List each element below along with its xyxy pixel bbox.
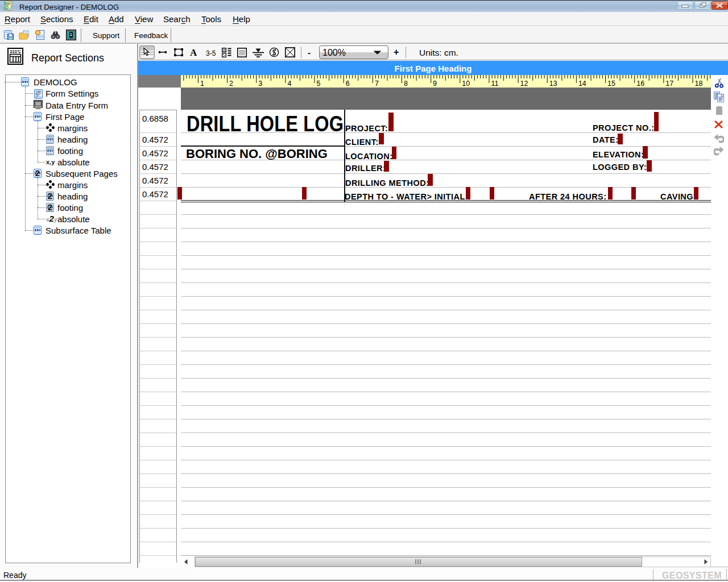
svg-text:16: 16 xyxy=(636,80,644,88)
svg-text:13: 13 xyxy=(549,80,557,88)
svg-text:11: 11 xyxy=(491,80,499,88)
svg-text:3: 3 xyxy=(258,80,262,88)
svg-text:2: 2 xyxy=(48,192,52,201)
svg-text:8: 8 xyxy=(404,80,408,88)
svg-text:2: 2 xyxy=(229,80,233,88)
svg-text:2: 2 xyxy=(48,203,52,212)
svg-text:6: 6 xyxy=(346,80,350,88)
svg-text:12: 12 xyxy=(520,80,528,88)
svg-text:18: 18 xyxy=(695,80,703,88)
svg-text:14: 14 xyxy=(578,80,586,88)
svg-text:9: 9 xyxy=(433,80,437,88)
svg-text:15: 15 xyxy=(607,80,615,88)
svg-text:1: 1 xyxy=(200,80,204,88)
svg-text:2: 2 xyxy=(35,169,40,178)
svg-text:5: 5 xyxy=(317,80,321,88)
svg-text:7: 7 xyxy=(375,80,379,88)
svg-text:10: 10 xyxy=(462,80,470,88)
svg-text:17: 17 xyxy=(665,80,673,88)
svg-text:4: 4 xyxy=(287,80,291,88)
